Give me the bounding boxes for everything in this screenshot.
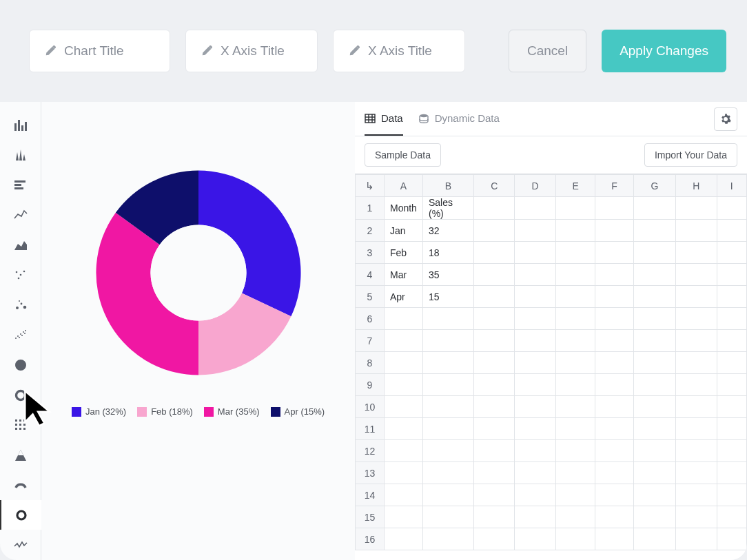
cell[interactable]: Jan xyxy=(385,220,423,242)
column-header[interactable]: A xyxy=(385,175,423,197)
chart-type-sparkline[interactable] xyxy=(0,530,41,560)
chart-type-line[interactable] xyxy=(0,200,41,231)
cell[interactable] xyxy=(474,330,515,352)
cell[interactable] xyxy=(555,308,595,330)
cell[interactable] xyxy=(385,352,423,374)
cell[interactable] xyxy=(555,242,595,264)
cell[interactable] xyxy=(555,484,595,506)
cell[interactable] xyxy=(595,462,633,484)
cell[interactable]: 32 xyxy=(423,220,474,242)
cell[interactable] xyxy=(423,330,474,352)
cell[interactable] xyxy=(717,352,746,374)
cell[interactable] xyxy=(474,506,515,528)
cell[interactable] xyxy=(595,396,633,418)
cell[interactable] xyxy=(385,484,423,506)
cell[interactable] xyxy=(595,220,633,242)
row-header[interactable]: 14 xyxy=(356,484,385,506)
cell[interactable] xyxy=(717,308,746,330)
cell[interactable] xyxy=(633,396,675,418)
cell[interactable] xyxy=(676,308,717,330)
cell[interactable] xyxy=(423,418,474,440)
row-header[interactable]: 4 xyxy=(356,264,385,286)
cell[interactable] xyxy=(595,528,633,550)
cell[interactable] xyxy=(717,220,746,242)
chart-type-pyramid[interactable] xyxy=(0,440,41,470)
cell[interactable] xyxy=(717,374,746,396)
cell[interactable]: 35 xyxy=(423,264,474,286)
cell[interactable] xyxy=(385,330,423,352)
chart-type-scatter-sparse[interactable] xyxy=(0,260,41,291)
cell[interactable] xyxy=(555,197,595,220)
cell[interactable] xyxy=(474,462,515,484)
cell[interactable] xyxy=(676,220,717,242)
cell[interactable] xyxy=(717,330,746,352)
cell[interactable] xyxy=(555,330,595,352)
cell[interactable] xyxy=(717,506,746,528)
row-header[interactable]: 7 xyxy=(356,330,385,352)
row-header[interactable]: 12 xyxy=(356,440,385,462)
cell[interactable]: 18 xyxy=(423,242,474,264)
cell[interactable] xyxy=(595,264,633,286)
cell[interactable] xyxy=(595,440,633,462)
cell[interactable] xyxy=(633,462,675,484)
cell[interactable] xyxy=(676,440,717,462)
cell[interactable] xyxy=(717,440,746,462)
cell[interactable] xyxy=(474,352,515,374)
cell[interactable] xyxy=(676,506,717,528)
cell[interactable] xyxy=(595,484,633,506)
cell[interactable] xyxy=(515,352,555,374)
cell[interactable]: Mar xyxy=(385,264,423,286)
cell[interactable] xyxy=(555,396,595,418)
cell[interactable] xyxy=(423,308,474,330)
cell[interactable] xyxy=(595,374,633,396)
cell[interactable]: Apr xyxy=(385,286,423,308)
cell[interactable] xyxy=(595,197,633,220)
row-header[interactable]: 2 xyxy=(356,220,385,242)
cell[interactable] xyxy=(717,462,746,484)
cell[interactable] xyxy=(474,308,515,330)
cell[interactable] xyxy=(676,374,717,396)
row-header[interactable]: 16 xyxy=(356,528,385,550)
cell[interactable] xyxy=(717,264,746,286)
cell[interactable] xyxy=(633,197,675,220)
row-header[interactable]: 3 xyxy=(356,242,385,264)
row-header[interactable]: 10 xyxy=(356,396,385,418)
x-axis-title-input[interactable]: X Axis Title xyxy=(185,30,318,72)
cell[interactable]: Feb xyxy=(385,242,423,264)
cell[interactable] xyxy=(633,418,675,440)
cell[interactable] xyxy=(385,462,423,484)
cell[interactable] xyxy=(423,506,474,528)
apply-changes-button[interactable]: Apply Changes xyxy=(602,30,726,72)
cell[interactable] xyxy=(385,308,423,330)
settings-button[interactable] xyxy=(714,107,737,131)
cell[interactable] xyxy=(717,418,746,440)
cell[interactable] xyxy=(474,528,515,550)
cell[interactable] xyxy=(717,528,746,550)
cell[interactable] xyxy=(717,242,746,264)
cell[interactable] xyxy=(385,374,423,396)
cell[interactable] xyxy=(515,197,555,220)
cell[interactable]: 15 xyxy=(423,286,474,308)
cell[interactable] xyxy=(474,374,515,396)
cell[interactable] xyxy=(633,374,675,396)
cell[interactable] xyxy=(676,352,717,374)
cell[interactable] xyxy=(423,352,474,374)
cell[interactable] xyxy=(717,286,746,308)
cell[interactable] xyxy=(555,506,595,528)
cell[interactable] xyxy=(515,330,555,352)
cell[interactable] xyxy=(633,352,675,374)
chart-type-area[interactable] xyxy=(0,230,41,260)
cell[interactable] xyxy=(633,264,675,286)
tab-dynamic-data[interactable]: Dynamic Data xyxy=(418,102,500,136)
cell[interactable] xyxy=(595,308,633,330)
cell[interactable] xyxy=(676,242,717,264)
tab-data[interactable]: Data xyxy=(365,102,403,136)
column-header[interactable]: H xyxy=(676,175,717,197)
cell[interactable] xyxy=(595,418,633,440)
cell[interactable] xyxy=(633,220,675,242)
spreadsheet-grid[interactable]: ↳ABCDEFGHI1MonthSales (%)2Jan323Feb184Ma… xyxy=(355,174,747,560)
cell[interactable] xyxy=(515,484,555,506)
cell[interactable] xyxy=(676,197,717,220)
row-header[interactable]: 15 xyxy=(356,506,385,528)
chart-type-spike[interactable] xyxy=(0,141,41,171)
